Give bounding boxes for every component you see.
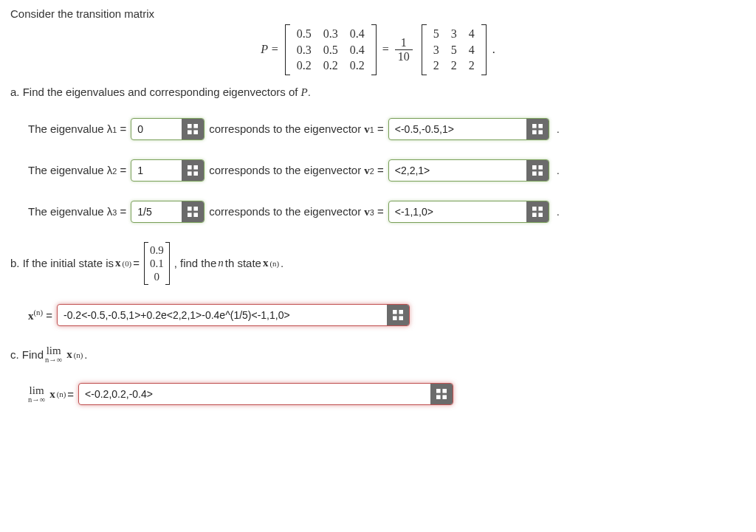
svg-rect-19	[194, 213, 199, 217]
equals-1: =	[382, 43, 389, 56]
matrix-left: 0.50.30.4 0.30.50.4 0.20.20.2	[285, 24, 377, 75]
eigenvalue-label-2: The eigenvalue λ2 =	[28, 164, 126, 176]
svg-rect-10	[188, 171, 192, 176]
part-b-answer-input[interactable]	[58, 305, 387, 325]
period-matrix: .	[492, 43, 495, 56]
svg-rect-31	[443, 395, 447, 400]
limit-symbol: lim n→∞	[45, 345, 62, 365]
svg-rect-30	[436, 395, 441, 400]
svg-rect-13	[538, 165, 543, 170]
svg-rect-12	[532, 165, 537, 170]
p-label: P =	[261, 43, 278, 56]
part-b: b. If the initial state is x(0) = 0.9 0.…	[10, 242, 746, 326]
grid-icon[interactable]	[526, 160, 549, 181]
eigenvalue-label-3: The eigenvalue λ3 =	[28, 205, 126, 218]
eigenvector-input-3-wrap	[388, 201, 549, 223]
grid-icon[interactable]	[182, 201, 204, 222]
part-c-answer-input[interactable]	[79, 384, 430, 404]
grid-icon[interactable]	[526, 119, 549, 139]
part-c-text: c. Find lim n→∞ x(n).	[10, 345, 746, 365]
grid-icon[interactable]	[387, 305, 409, 325]
svg-rect-28	[436, 389, 441, 393]
matrix-right: 534 354 222	[422, 24, 487, 75]
fraction-1-10: 1 10	[395, 36, 413, 63]
svg-rect-1	[194, 124, 199, 128]
svg-rect-18	[188, 213, 192, 217]
svg-rect-7	[538, 130, 543, 134]
corresponds-text-2: corresponds to the eigenvector v2 =	[209, 164, 384, 177]
svg-rect-22	[532, 213, 537, 217]
svg-rect-9	[194, 165, 199, 170]
grid-icon[interactable]	[182, 160, 204, 181]
corresponds-text-1: corresponds to the eigenvector v1 =	[209, 122, 384, 136]
svg-rect-17	[194, 207, 199, 211]
eigenvalue-input-1-wrap	[131, 118, 205, 140]
svg-rect-29	[443, 389, 447, 393]
initial-state-vector: 0.9 0.1 0	[144, 242, 170, 285]
eigenvalue-input-2[interactable]	[131, 160, 182, 181]
eigenvector-input-1[interactable]	[389, 119, 526, 139]
grid-icon[interactable]	[526, 201, 549, 222]
part-b-text: b. If the initial state is x(0) = 0.9 0.…	[10, 242, 746, 285]
svg-rect-8	[188, 165, 192, 170]
period-1: .	[557, 122, 560, 135]
part-b-answer-wrap	[57, 304, 410, 326]
eigenvalue-input-3-wrap	[131, 201, 205, 223]
eigenvector-input-1-wrap	[388, 118, 549, 140]
grid-icon[interactable]	[430, 384, 453, 404]
svg-rect-0	[188, 124, 192, 128]
svg-rect-3	[194, 130, 199, 134]
svg-rect-20	[532, 207, 537, 211]
eigenvector-input-2-wrap	[388, 159, 549, 182]
matrix-equation: P = 0.50.30.4 0.30.50.4 0.20.20.2 = 1 10…	[10, 24, 746, 75]
svg-rect-15	[538, 171, 543, 176]
eigenvalue-input-1[interactable]	[131, 119, 182, 139]
corresponds-text-3: corresponds to the eigenvector v3 =	[209, 205, 384, 218]
xn-label: x(n) =	[28, 308, 52, 322]
svg-rect-4	[532, 124, 537, 128]
svg-rect-5	[538, 124, 543, 128]
part-c-answer-row: lim n→∞ x(n) =	[28, 383, 746, 405]
svg-rect-11	[194, 171, 199, 176]
limit-xn-label: lim n→∞ x(n) =	[28, 385, 74, 404]
grid-icon[interactable]	[182, 119, 204, 139]
part-c: c. Find lim n→∞ x(n). lim n→∞ x(n) =	[10, 345, 746, 406]
svg-rect-6	[532, 130, 537, 134]
svg-rect-27	[399, 316, 403, 320]
eigen-row-3: The eigenvalue λ3 = corresponds to the e…	[28, 201, 746, 223]
part-a-text: a. Find the eigenvalues and correspondin…	[10, 86, 746, 99]
part-a: a. Find the eigenvalues and correspondin…	[10, 86, 746, 223]
eigen-row-2: The eigenvalue λ2 = corresponds to the e…	[28, 159, 746, 182]
svg-rect-2	[188, 130, 192, 134]
period-3: .	[557, 205, 560, 218]
eigenvector-input-3[interactable]	[389, 201, 526, 222]
eigenvector-input-2[interactable]	[389, 160, 526, 181]
svg-rect-16	[188, 207, 192, 211]
svg-rect-14	[532, 171, 537, 176]
intro-text: Consider the transition matrix	[10, 7, 746, 20]
part-c-answer-wrap	[78, 383, 453, 405]
eigenvalue-label-1: The eigenvalue λ1 =	[28, 122, 126, 135]
period-2: .	[557, 164, 560, 176]
eigen-row-1: The eigenvalue λ1 = corresponds to the e…	[28, 118, 746, 140]
part-b-answer-row: x(n) =	[28, 304, 746, 326]
svg-rect-25	[399, 310, 403, 314]
eigenvalue-input-2-wrap	[131, 159, 205, 182]
svg-rect-24	[393, 310, 397, 314]
eigenvalue-input-3[interactable]	[131, 201, 182, 222]
svg-rect-23	[538, 213, 543, 217]
svg-rect-26	[393, 316, 397, 320]
svg-rect-21	[538, 207, 543, 211]
